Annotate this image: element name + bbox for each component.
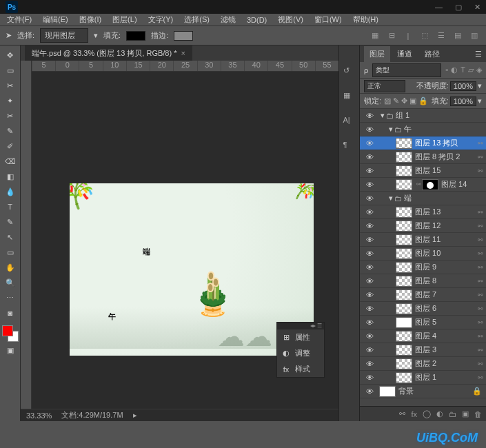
filter-type-icon[interactable]: T (460, 65, 465, 74)
gradient-tool-icon[interactable]: ◧ (3, 170, 18, 183)
layer-thumb[interactable] (396, 165, 412, 176)
move-tool-icon[interactable]: ✥ (3, 48, 18, 62)
layers-list[interactable]: 👁▾🗀 组 1👁▾🗀 午👁图层 13 拷贝⚯👁图层 8 拷贝 2⚯👁图层 15⚯… (360, 109, 486, 406)
layer-name[interactable]: 图层 13 (415, 207, 475, 217)
layer-row[interactable]: 👁▾🗀 午 (360, 123, 486, 136)
layer-thumb[interactable] (396, 221, 412, 232)
visibility-eye-icon[interactable]: 👁 (360, 263, 379, 272)
layer-name[interactable]: 图层 11 (415, 234, 475, 245)
3d-mode-icon[interactable]: ⬚ (418, 30, 431, 42)
swatches-panel-icon[interactable]: ▦ (343, 91, 356, 103)
float-panel-item[interactable]: ⊞属性 (277, 329, 324, 345)
delete-icon[interactable]: 🗑 (474, 410, 482, 418)
layer-thumb[interactable] (396, 248, 412, 259)
layer-name[interactable]: 背景 (398, 386, 472, 396)
opt-icon-3[interactable]: ▥ (468, 30, 480, 42)
twisty-icon[interactable]: ▾ (379, 111, 386, 120)
link-icon[interactable]: ⚯ (415, 181, 422, 187)
minimize-button[interactable]: — (435, 3, 443, 12)
visibility-eye-icon[interactable]: 👁 (360, 332, 379, 340)
quickmask-icon[interactable]: ◙ (3, 306, 18, 320)
layer-name[interactable]: 图层 5 (415, 317, 475, 327)
fill-swatch[interactable] (126, 31, 145, 41)
visibility-eye-icon[interactable]: 👁 (360, 112, 379, 120)
layer-row[interactable]: 👁图层 5⚯ (360, 316, 486, 329)
lasso-tool-icon[interactable]: ✂ (3, 79, 18, 92)
type-tool-icon[interactable]: T (3, 200, 18, 214)
layer-thumb[interactable] (396, 179, 412, 190)
layer-name[interactable]: 端 (404, 193, 486, 203)
lock-position-icon[interactable]: ✥ (401, 96, 407, 105)
mask-thumb[interactable] (422, 179, 438, 190)
visibility-eye-icon[interactable]: 👁 (360, 291, 379, 299)
layer-thumb[interactable] (396, 276, 412, 287)
visibility-eye-icon[interactable]: 👁 (360, 194, 379, 203)
opt-icon-2[interactable]: ▤ (452, 30, 464, 42)
layer-row[interactable]: 👁图层 13⚯ (360, 205, 486, 219)
layer-row[interactable]: 👁▾🗀 组 1 (360, 109, 486, 123)
fg-color-swatch[interactable] (2, 325, 13, 336)
layer-thumb[interactable] (396, 289, 412, 301)
layer-name[interactable]: 图层 1 (415, 372, 475, 383)
visibility-eye-icon[interactable]: 👁 (360, 236, 379, 244)
lock-artboard-icon[interactable]: ▣ (409, 96, 416, 105)
layer-row[interactable]: 👁图层 12⚯ (360, 219, 486, 233)
layer-name[interactable]: 图层 6 (415, 303, 475, 314)
character-panel-icon[interactable]: A| (343, 116, 356, 128)
layer-row[interactable]: 👁图层 8⚯ (360, 274, 486, 288)
layer-thumb[interactable] (396, 152, 412, 163)
layer-thumb[interactable] (396, 317, 412, 328)
float-panel-item[interactable]: ◐调整 (277, 345, 324, 361)
layer-thumb[interactable] (396, 345, 412, 356)
marquee-tool-icon[interactable]: ▭ (3, 63, 18, 77)
distribute-icon[interactable]: ⊟ (385, 30, 398, 42)
layer-thumb[interactable] (396, 207, 412, 218)
layer-name[interactable]: 图层 8 (415, 276, 475, 286)
layer-thumb[interactable] (396, 372, 412, 383)
status-caret-icon[interactable]: ▸ (133, 411, 137, 420)
zoom-tool-icon[interactable]: 🔍 (3, 276, 18, 289)
shape-tool-icon[interactable]: ▭ (3, 245, 18, 259)
layer-row[interactable]: 👁图层 4⚯ (360, 329, 486, 343)
filter-smart-icon[interactable]: ◈ (476, 65, 482, 74)
menu-item[interactable]: 选择(S) (180, 13, 214, 26)
blur-tool-icon[interactable]: 💧 (3, 185, 18, 198)
float-panel-item[interactable]: fx样式 (277, 361, 324, 377)
link-layers-icon[interactable]: ⚯ (399, 409, 405, 418)
menu-item[interactable]: 文字(Y) (144, 13, 178, 26)
layer-row[interactable]: 👁图层 7⚯ (360, 288, 486, 302)
twisty-icon[interactable]: ▾ (387, 194, 394, 203)
visibility-eye-icon[interactable]: 👁 (360, 125, 379, 134)
select-dropdown[interactable]: 现用图层 (40, 28, 88, 43)
layer-thumb[interactable] (396, 138, 412, 149)
maximize-button[interactable]: ▢ (455, 3, 462, 12)
history-panel-icon[interactable]: ↺ (343, 66, 356, 79)
layer-name[interactable]: 图层 8 拷贝 2 (415, 152, 475, 162)
filter-shape-icon[interactable]: ▱ (468, 65, 474, 74)
opt-icon-1[interactable]: ☰ (435, 30, 447, 42)
visibility-eye-icon[interactable]: 👁 (360, 153, 379, 161)
document-tab[interactable]: 端午.psd @ 33.3% (图层 13 拷贝, RGB/8) * × (25, 45, 192, 61)
fill-value[interactable]: 100% (450, 96, 476, 106)
layer-row[interactable]: 👁图层 11⚯ (360, 233, 486, 247)
crop-tool-icon[interactable]: ✂ (3, 109, 18, 123)
layer-row[interactable]: 👁▾🗀 端 (360, 192, 486, 205)
zoom-level[interactable]: 33.33% (26, 411, 52, 420)
layer-row[interactable]: 👁背景🔒 (360, 385, 486, 398)
layer-name[interactable]: 图层 4 (415, 331, 475, 341)
visibility-eye-icon[interactable]: 👁 (360, 360, 379, 368)
layer-name[interactable]: 图层 13 拷贝 (415, 138, 475, 148)
layer-row[interactable]: 👁图层 15⚯ (360, 164, 486, 178)
visibility-eye-icon[interactable]: 👁 (360, 387, 379, 396)
brush-tool-icon[interactable]: ✐ (3, 139, 18, 153)
panel-tab[interactable]: 通道 (392, 46, 418, 62)
stamp-tool-icon[interactable]: ⌫ (3, 154, 18, 168)
filter-pixel-icon[interactable]: ▫ (445, 65, 448, 74)
layer-name[interactable]: 午 (404, 124, 486, 134)
layer-row[interactable]: 👁图层 8 拷贝 2⚯ (360, 150, 486, 164)
menu-item[interactable]: 滤镜 (216, 13, 240, 26)
visibility-eye-icon[interactable]: 👁 (360, 305, 379, 313)
layer-row[interactable]: 👁图层 2⚯ (360, 357, 486, 371)
layer-thumb[interactable] (396, 303, 412, 314)
visibility-eye-icon[interactable]: 👁 (360, 250, 379, 258)
